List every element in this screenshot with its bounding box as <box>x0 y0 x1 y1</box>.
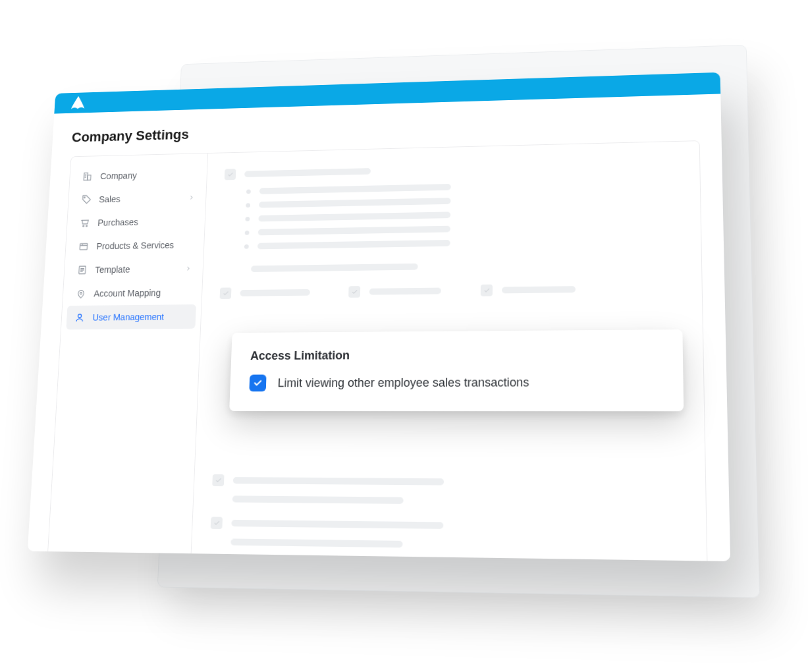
chevron-right-icon <box>188 192 195 202</box>
access-limitation-popup: Access Limitation Limit viewing other em… <box>229 329 684 411</box>
app-logo-icon <box>67 92 89 113</box>
box-icon <box>78 240 90 252</box>
sidebar-item-sales[interactable]: Sales <box>73 186 202 211</box>
placeholder-checkbox-icon <box>225 169 236 180</box>
cart-icon <box>79 217 91 229</box>
svg-rect-1 <box>88 175 91 181</box>
sidebar-item-label: User Management <box>92 312 164 322</box>
sidebar-item-label: Products & Services <box>96 240 174 251</box>
sidebar-item-user-management[interactable]: User Management <box>66 304 196 329</box>
page-title: Company Settings <box>71 112 699 145</box>
placeholder-bar <box>251 264 418 272</box>
sidebar-item-purchases[interactable]: Purchases <box>72 209 200 235</box>
sidebar-item-account-mapping[interactable]: Account Mapping <box>67 281 197 306</box>
svg-point-8 <box>78 314 81 318</box>
building-icon <box>82 171 93 182</box>
settings-window: Company Settings Company <box>28 72 730 561</box>
settings-sidebar: Company Sales <box>47 154 208 561</box>
limit-viewing-checkbox[interactable] <box>249 375 266 392</box>
chevron-right-icon <box>185 264 192 273</box>
svg-point-3 <box>83 225 84 227</box>
sidebar-item-label: Template <box>95 264 130 275</box>
user-icon <box>74 312 86 323</box>
tag-icon <box>80 194 92 206</box>
placeholder-triple-row <box>220 282 683 299</box>
sidebar-item-label: Sales <box>99 194 121 205</box>
sidebar-item-template[interactable]: Template <box>69 256 199 282</box>
placeholder-bar <box>244 168 371 177</box>
svg-point-7 <box>80 293 82 294</box>
svg-point-2 <box>84 197 86 198</box>
svg-point-4 <box>86 225 88 227</box>
sidebar-item-label: Account Mapping <box>94 288 161 298</box>
pin-icon <box>75 288 87 299</box>
limit-viewing-label: Limit viewing other employee sales trans… <box>277 376 529 390</box>
sidebar-item-company[interactable]: Company <box>74 162 202 188</box>
popup-title: Access Limitation <box>250 347 662 363</box>
document-icon <box>76 264 88 275</box>
placeholder-list <box>244 179 682 249</box>
placeholder-row <box>225 158 681 180</box>
sidebar-item-products-services[interactable]: Products & Services <box>70 233 200 258</box>
sidebar-item-label: Company <box>100 171 137 181</box>
svg-rect-5 <box>80 244 88 250</box>
placeholder-block <box>210 474 687 551</box>
sidebar-item-label: Purchases <box>97 217 138 227</box>
